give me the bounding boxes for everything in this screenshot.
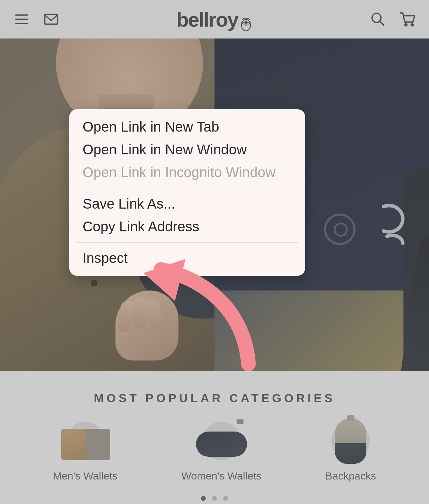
menu-separator	[76, 188, 298, 188]
menu-copy-link-address[interactable]: Copy Link Address	[69, 215, 305, 238]
menu-separator	[76, 242, 298, 243]
context-menu: Open Link in New Tab Open Link in New Wi…	[69, 109, 305, 276]
menu-save-link-as[interactable]: Save Link As...	[69, 192, 305, 215]
menu-inspect[interactable]: Inspect	[69, 247, 305, 270]
menu-open-incognito: Open Link in Incognito Window	[69, 161, 305, 184]
menu-open-new-tab[interactable]: Open Link in New Tab	[69, 115, 305, 138]
menu-open-new-window[interactable]: Open Link in New Window	[69, 138, 305, 161]
